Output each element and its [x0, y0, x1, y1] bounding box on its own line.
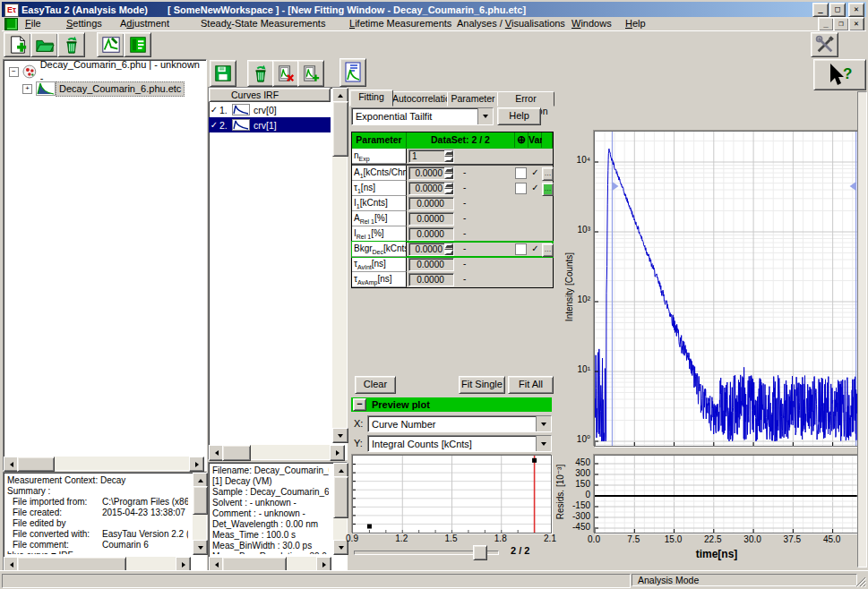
param-value-input[interactable]: 0.0000	[408, 182, 454, 195]
param-more-button[interactable]: …	[542, 183, 554, 196]
tree-item-workspace[interactable]: − Decay_Coumarin_6.phu | - unknown -	[9, 64, 206, 79]
tab-fitting[interactable]: Fitting	[349, 90, 393, 107]
workspace-tree-panel: − Decay_Coumarin_6.phu | - unknown - + D…	[3, 59, 207, 471]
spinner-control[interactable]	[444, 150, 453, 162]
mdi-child-icon[interactable]	[4, 18, 18, 30]
context-vscrollbar[interactable]	[193, 473, 206, 555]
close-button[interactable]: ✕	[848, 3, 864, 17]
param-global-cell[interactable]	[515, 183, 527, 194]
report-button[interactable]	[339, 58, 366, 87]
spinner-control[interactable]	[444, 243, 453, 255]
curve-name: crv[1]	[254, 120, 277, 131]
scroll-right-button[interactable]	[330, 445, 345, 461]
fileinfo-hscrollbar[interactable]	[209, 557, 331, 570]
menu-item-analyses-visualisations[interactable]: Analyses / Visualisations	[457, 18, 565, 30]
context-help-button[interactable]: ?	[813, 59, 866, 90]
tab-parameter-plot[interactable]: Parameter Plot	[447, 91, 499, 107]
maximize-button[interactable]: □	[829, 3, 846, 17]
curve-row-crv-1-[interactable]: ✓2.crv[1]	[209, 117, 331, 132]
dataset-slider[interactable]	[354, 545, 497, 559]
scroll-thumb[interactable]	[193, 486, 208, 515]
title-bar: Eτ EasyTau 2 (Analysis Mode) [ SomeNewWo…	[2, 2, 866, 17]
param-var-checkbox[interactable]: ✓	[529, 166, 542, 181]
param-var-checkbox[interactable]: ✓	[529, 181, 542, 196]
help-button[interactable]: Help	[497, 107, 541, 125]
param-global-cell[interactable]	[515, 167, 527, 179]
scroll-thumb[interactable]	[222, 445, 251, 461]
tab-autocorrelation[interactable]: Autocorrelation	[391, 91, 449, 107]
menu-item-steady-state-measurements[interactable]: Steady-State Measurements	[201, 18, 325, 30]
mdi-close-button[interactable]: ✕	[848, 17, 864, 31]
menu-item-adjustment[interactable]: Adjustment	[120, 18, 169, 30]
preview-x-combobox[interactable]: Curve Number	[367, 415, 552, 432]
fit-model-combobox[interactable]: Exponential Tailfit	[351, 107, 494, 125]
add-to-clipboard-button[interactable]	[297, 60, 324, 87]
curve-visible-check[interactable]: ✓	[209, 105, 219, 115]
mdi-restore-button[interactable]: ❐	[833, 17, 849, 31]
menu-item-lifetime-measurements[interactable]: Lifetime Measurements	[349, 18, 451, 30]
scroll-right-button[interactable]	[189, 457, 204, 472]
spinner-control[interactable]	[444, 183, 453, 194]
curves-hscrollbar[interactable]	[209, 445, 345, 459]
preview-y-combobox[interactable]: Integral Counts [kCnts]	[367, 435, 552, 452]
tree-hscrollbar[interactable]	[4, 457, 204, 470]
spinner-control[interactable]	[444, 167, 453, 179]
combo-dropdown-button[interactable]	[536, 436, 551, 451]
param-value-input[interactable]: 1	[408, 149, 454, 163]
menu-item-file[interactable]: File	[25, 18, 41, 30]
context-hscrollbar[interactable]	[4, 557, 191, 570]
decay-plot-canvas[interactable]	[594, 131, 858, 447]
combo-dropdown-button[interactable]	[536, 416, 551, 431]
param-global-cell[interactable]	[515, 243, 527, 255]
clear-button[interactable]: Clear	[355, 376, 396, 394]
scroll-thumb[interactable]	[333, 476, 348, 518]
tab-error-estimation[interactable]: Error Estimation	[497, 91, 554, 107]
scroll-thumb[interactable]	[332, 101, 348, 157]
param-var-checkbox[interactable]: ✓	[529, 242, 542, 257]
settings-tools-button[interactable]	[811, 32, 838, 57]
curves-list-header[interactable]: Curves IRF	[209, 88, 331, 102]
menu-item-settings[interactable]: Settings	[66, 18, 102, 30]
collapse-preview-button[interactable]: −	[353, 398, 366, 411]
scroll-down-button[interactable]	[193, 540, 208, 555]
slider-thumb[interactable]	[473, 545, 487, 560]
tree-item-measurement[interactable]: + Decay_Coumarin_6.phu.etc	[22, 81, 185, 97]
save-curves-button[interactable]	[210, 60, 236, 87]
curves-vscrollbar[interactable]	[332, 88, 347, 443]
app-icon[interactable]: Eτ	[4, 4, 19, 17]
help-cursor-icon: ?	[825, 63, 855, 88]
tree-item-measurement-label[interactable]: Decay_Coumarin_6.phu.etc	[56, 81, 185, 97]
param-label: ARel 1[%]	[352, 211, 407, 226]
curve-row-crv-0-[interactable]: ✓1.crv[0]	[209, 102, 331, 117]
scroll-down-button[interactable]	[332, 428, 348, 443]
open-workspace-button[interactable]	[30, 32, 58, 57]
curve-visible-check[interactable]: ✓	[209, 120, 219, 130]
plot-vertical-scrollbar[interactable]	[857, 91, 867, 568]
new-workspace-button[interactable]	[4, 32, 31, 57]
param-more-button[interactable]: …	[542, 243, 554, 257]
workspace-icon	[22, 64, 38, 79]
tree-expand-box[interactable]: −	[9, 67, 19, 77]
menu-item-windows[interactable]: Windows	[572, 18, 612, 30]
scroll-thumb[interactable]	[17, 457, 55, 472]
fit-single-button[interactable]: Fit Single	[459, 376, 505, 394]
remove-from-clipboard-button[interactable]	[272, 60, 299, 87]
param-value-input[interactable]: 0.0000	[408, 166, 454, 180]
file-info-line: [1] Decay (VM)	[212, 476, 329, 487]
delete-button[interactable]	[57, 32, 85, 57]
mdi-minimize-button[interactable]: _	[818, 17, 834, 31]
resize-grip[interactable]	[855, 576, 866, 587]
residuals-plot-canvas[interactable]	[594, 455, 858, 534]
tree-expand-box[interactable]: +	[22, 84, 32, 94]
minimize-button[interactable]: _	[812, 3, 829, 17]
menu-item-help[interactable]: Help	[625, 18, 646, 30]
fit-all-button[interactable]: Fit All	[508, 376, 554, 394]
param-more-button[interactable]: …	[542, 167, 554, 181]
delete-curve-button[interactable]	[247, 60, 274, 87]
param-value-input[interactable]: 0.0000	[408, 243, 454, 256]
preview-plot-canvas[interactable]	[352, 455, 552, 534]
combo-dropdown-button[interactable]	[477, 108, 493, 124]
new-fitting-window-button[interactable]	[97, 32, 125, 57]
easytau-mode-button[interactable]	[124, 32, 151, 57]
param-row-i-rel-1: IRel 1[%]0.0000-	[352, 226, 553, 242]
